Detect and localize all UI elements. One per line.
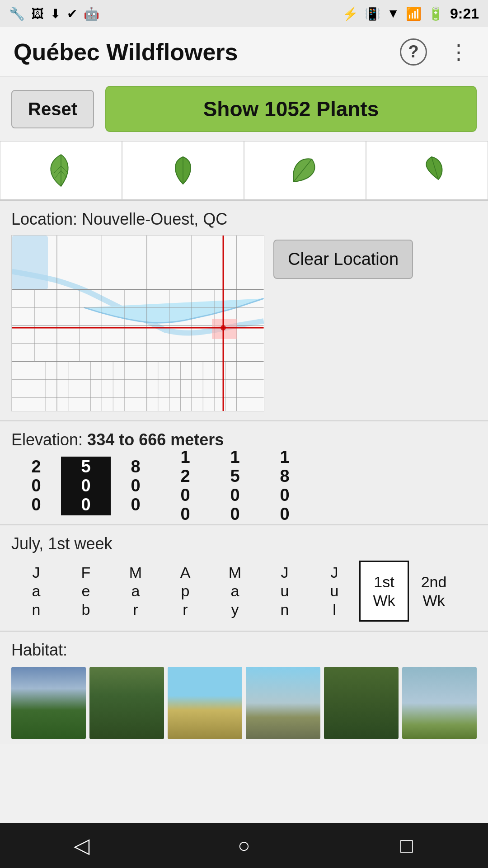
month-row: Jan Feb Mar Apr May Jun Jul 1stWk 2ndWk <box>11 561 477 622</box>
habitat-field[interactable] <box>402 667 477 739</box>
status-icons-right: ⚡ 📳 ▼ 📶 🔋 9:21 <box>343 5 479 22</box>
leaf-icon-3 <box>285 150 325 191</box>
leaf-icon-1 <box>41 150 81 191</box>
vibrate-icon: 📳 <box>365 6 380 21</box>
reset-button[interactable]: Reset <box>11 90 94 128</box>
elevation-label: Elevation: <box>11 430 87 449</box>
wrench-icon: 🔧 <box>9 6 25 21</box>
map-svg <box>12 236 264 411</box>
more-icon: ⋮ <box>448 40 469 64</box>
habitat-mountain[interactable] <box>11 667 86 739</box>
elev-cell-1500[interactable]: 1500 <box>210 457 260 515</box>
habitat-trees[interactable] <box>324 667 399 739</box>
show-plants-button[interactable]: Show 1052 Plants <box>105 86 477 132</box>
leaf-thumb-4[interactable] <box>366 141 488 200</box>
help-button[interactable]: ? <box>398 36 429 68</box>
more-button[interactable]: ⋮ <box>443 36 474 68</box>
leaf-thumb-3[interactable] <box>244 141 366 200</box>
leaf-icon-4 <box>407 150 447 191</box>
month-jul[interactable]: Jul <box>310 561 359 622</box>
svg-point-38 <box>221 325 226 330</box>
status-icons-left: 🔧 🖼 ⬇ ✔ 🤖 <box>9 6 99 21</box>
leaf-thumb-1[interactable] <box>0 141 122 200</box>
habitat-road[interactable] <box>246 667 320 739</box>
month-may[interactable]: May <box>210 561 260 622</box>
location-section: Location: Nouvelle-Ouest, QC <box>0 201 488 421</box>
app-bar-icons: ? ⋮ <box>398 36 474 68</box>
leaf-thumbnails-row <box>0 141 488 201</box>
habitat-plains[interactable] <box>168 667 242 739</box>
clear-location-button[interactable]: Clear Location <box>273 240 413 279</box>
help-icon: ? <box>400 38 427 66</box>
elevation-slider: 200 500 800 1200 1500 1800 <box>11 457 477 515</box>
week-2nd[interactable]: 2ndWk <box>409 561 459 622</box>
leaf-icon-2 <box>163 150 203 191</box>
location-title: Location: Nouvelle-Ouest, QC <box>11 210 477 229</box>
nav-bar: ◁ ○ □ <box>0 823 488 868</box>
check-icon: ✔ <box>67 6 77 21</box>
image-icon: 🖼 <box>31 6 44 21</box>
elev-cell-200[interactable]: 200 <box>11 457 61 515</box>
elevation-title: Elevation: 334 to 666 meters <box>11 430 477 449</box>
month-apr[interactable]: Apr <box>160 561 210 622</box>
leaf-thumb-2[interactable] <box>122 141 244 200</box>
app-title: Québec Wildflowers <box>14 38 238 66</box>
elev-cell-1200[interactable]: 1200 <box>160 457 210 515</box>
download-icon: ⬇ <box>50 6 61 21</box>
action-row: Reset Show 1052 Plants <box>0 77 488 141</box>
home-button[interactable]: ○ <box>217 830 271 861</box>
calendar-title: July, 1st week <box>11 534 477 553</box>
month-feb[interactable]: Feb <box>61 561 111 622</box>
habitat-images <box>11 667 477 739</box>
battery-icon: 🔋 <box>428 6 444 21</box>
status-time: 9:21 <box>450 5 479 22</box>
habitat-title: Habitat: <box>11 641 477 660</box>
month-mar[interactable]: Mar <box>111 561 160 622</box>
bluetooth-icon: ⚡ <box>343 6 358 21</box>
month-jun[interactable]: Jun <box>260 561 310 622</box>
android-icon: 🤖 <box>84 6 99 21</box>
month-jan[interactable]: Jan <box>11 561 61 622</box>
habitat-forest[interactable] <box>89 667 164 739</box>
elev-cell-1800[interactable]: 1800 <box>260 457 310 515</box>
wifi-icon: ▼ <box>387 6 399 21</box>
calendar-section: July, 1st week Jan Feb Mar Apr May Jun J… <box>0 525 488 632</box>
habitat-section: Habitat: <box>0 632 488 744</box>
map-container[interactable] <box>11 235 264 411</box>
recent-button[interactable]: □ <box>380 830 434 861</box>
elevation-range: 334 to 666 meters <box>87 430 224 449</box>
back-button[interactable]: ◁ <box>54 830 108 861</box>
svg-rect-9 <box>12 236 48 289</box>
elevation-section: Elevation: 334 to 666 meters 200 500 800… <box>0 421 488 525</box>
location-row: Clear Location <box>11 235 477 411</box>
week-1st[interactable]: 1stWk <box>359 561 409 622</box>
elev-cell-500[interactable]: 500 <box>61 457 111 515</box>
status-bar: 🔧 🖼 ⬇ ✔ 🤖 ⚡ 📳 ▼ 📶 🔋 9:21 <box>0 0 488 27</box>
elev-cell-800[interactable]: 800 <box>111 457 160 515</box>
signal-icon: 📶 <box>406 6 422 21</box>
app-bar: Québec Wildflowers ? ⋮ <box>0 27 488 77</box>
